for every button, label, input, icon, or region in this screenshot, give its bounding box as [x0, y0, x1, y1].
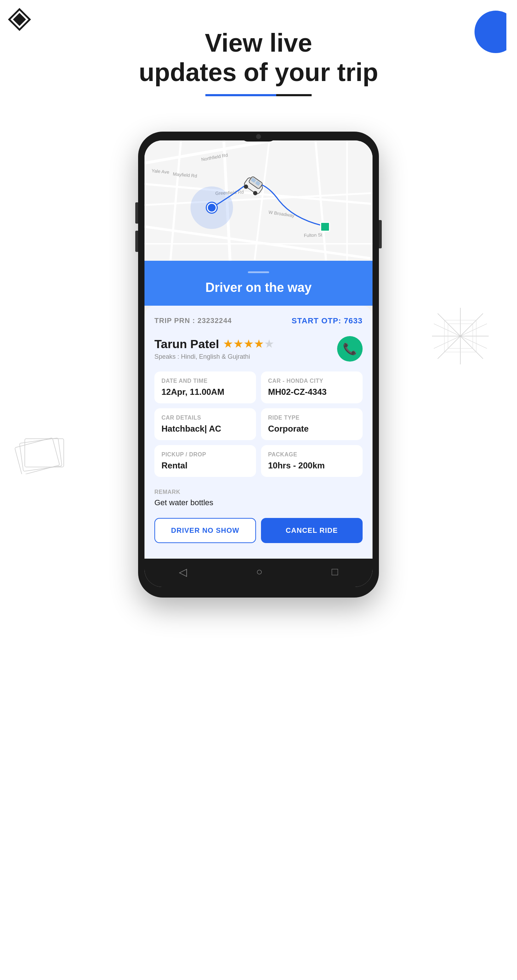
- driver-no-show-button[interactable]: DRIVER NO SHOW: [155, 518, 256, 543]
- trip-details-card: TRIP PRN : 23232244 START OTP: 7633 Taru…: [144, 305, 373, 558]
- car-details-label: CAR DETAILS: [161, 415, 249, 421]
- car-value: MH02-CZ-4343: [268, 387, 356, 397]
- phone-notch: [241, 132, 276, 142]
- driver-rating: ★ ★ ★ ★ ★: [223, 338, 273, 350]
- date-time-card: DATE AND TIME 12Apr, 11.00AM: [155, 371, 256, 403]
- pickup-drop-label: PICKUP / DROP: [161, 452, 249, 458]
- trip-info-row: TRIP PRN : 23232244 START OTP: 7633: [155, 316, 362, 326]
- underline-black: [276, 94, 312, 96]
- page-header: View live updates of your trip: [0, 0, 517, 110]
- ride-type-value: Corporate: [268, 424, 356, 434]
- phone-frame: Northfield Rd Mayfield Rd Greenfield Rd …: [138, 132, 379, 598]
- vol-down-button: [135, 231, 138, 252]
- star-1: ★: [223, 338, 232, 350]
- driver-status-text: Driver on the way: [155, 280, 362, 305]
- underline-blue: [205, 94, 276, 96]
- package-value: 10hrs - 200km: [268, 461, 356, 471]
- driver-info-section: Tarun Patel ★ ★ ★ ★ ★ Speaks : Hindi, En…: [155, 336, 362, 361]
- trip-info-grid: DATE AND TIME 12Apr, 11.00AM CAR - HONDA…: [155, 371, 362, 477]
- recents-nav-button[interactable]: □: [332, 566, 338, 578]
- package-label: PACKAGE: [268, 452, 356, 458]
- phone-screen: Northfield Rd Mayfield Rd Greenfield Rd …: [144, 140, 373, 587]
- car-details-card: CAR DETAILS Hatchback| AC: [155, 408, 256, 440]
- remark-value: Get water bottles: [155, 498, 362, 508]
- date-time-value: 12Apr, 11.00AM: [161, 387, 249, 397]
- star-3: ★: [244, 338, 253, 350]
- phone-mockup: Northfield Rd Mayfield Rd Greenfield Rd …: [0, 132, 517, 598]
- date-time-label: DATE AND TIME: [161, 378, 249, 384]
- phone-icon: 📞: [343, 342, 357, 356]
- driver-details: Tarun Patel ★ ★ ★ ★ ★ Speaks : Hindi, En…: [155, 337, 273, 361]
- ride-type-card: RIDE TYPE Corporate: [261, 408, 362, 440]
- ride-type-label: RIDE TYPE: [268, 415, 356, 421]
- remark-section: REMARK Get water bottles: [155, 482, 362, 511]
- call-driver-button[interactable]: 📞: [337, 336, 362, 361]
- camera: [256, 134, 261, 139]
- vol-up-button: [135, 202, 138, 224]
- action-buttons: DRIVER NO SHOW CANCEL RIDE: [155, 511, 362, 552]
- car-details-value: Hatchback| AC: [161, 424, 249, 434]
- power-button: [379, 220, 382, 248]
- page-title: View live updates of your trip: [0, 28, 517, 87]
- status-panel: Driver on the way: [144, 261, 373, 305]
- remark-label: REMARK: [155, 489, 362, 495]
- map-background: Northfield Rd Mayfield Rd Greenfield Rd …: [144, 140, 373, 261]
- pickup-drop-value: Rental: [161, 461, 249, 471]
- back-nav-button[interactable]: ◁: [179, 566, 187, 578]
- pulse-outer: [190, 186, 233, 229]
- map-view: Northfield Rd Mayfield Rd Greenfield Rd …: [144, 140, 373, 261]
- route-path: [144, 140, 373, 261]
- bottom-navigation: ◁ ○ □: [144, 558, 373, 587]
- star-4: ★: [254, 338, 263, 350]
- cancel-ride-button[interactable]: CANCEL RIDE: [261, 518, 362, 543]
- driver-languages: Speaks : Hindi, English & Gujrathi: [155, 353, 273, 361]
- package-card: PACKAGE 10hrs - 200km: [261, 445, 362, 477]
- handle-bar: [248, 271, 269, 273]
- driver-name-row: Tarun Patel ★ ★ ★ ★ ★: [155, 337, 273, 351]
- car-card: CAR - HONDA CITY MH02-CZ-4343: [261, 371, 362, 403]
- home-nav-button[interactable]: ○: [256, 566, 262, 578]
- start-otp: START OTP: 7633: [292, 316, 362, 326]
- star-2: ★: [234, 338, 243, 350]
- pulse-inner: [207, 203, 217, 213]
- title-underline: [0, 94, 517, 96]
- trip-prn: TRIP PRN : 23232244: [155, 317, 232, 325]
- pickup-drop-card: PICKUP / DROP Rental: [155, 445, 256, 477]
- car-label: CAR - HONDA CITY: [268, 378, 356, 384]
- user-location-pulse: [190, 186, 233, 229]
- destination-marker: [320, 222, 330, 232]
- star-5: ★: [265, 338, 273, 350]
